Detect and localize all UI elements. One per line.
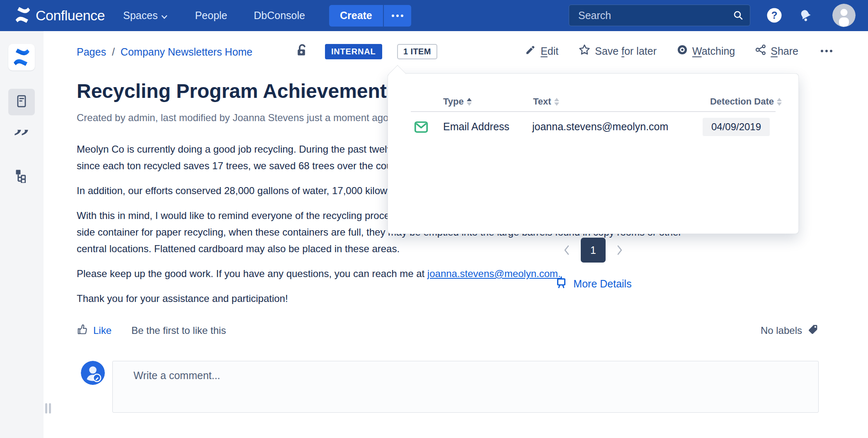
sort-type-header[interactable]: Type xyxy=(443,95,472,108)
sort-arrows-icon xyxy=(467,98,472,106)
page-more-button[interactable] xyxy=(818,47,835,55)
tag-icon[interactable] xyxy=(807,324,819,338)
detected-items-badge[interactable]: 1 ITEM xyxy=(397,44,437,59)
sidebar-item-pages[interactable] xyxy=(8,89,35,115)
confluence-logo-icon xyxy=(14,6,32,25)
breadcrumb-space-link[interactable]: Company Newsletters Home xyxy=(121,46,252,58)
thumbs-up-icon[interactable] xyxy=(77,324,88,338)
brand-name: Confluence xyxy=(36,7,105,24)
more-details-link[interactable]: More Details xyxy=(388,275,798,292)
ellipsis-icon xyxy=(392,15,403,17)
watching-button[interactable]: Watching xyxy=(676,44,735,58)
user-edit-avatar-icon xyxy=(81,361,105,387)
help-icon[interactable]: ? xyxy=(766,7,783,25)
like-hint: Be the first to like this xyxy=(131,325,226,336)
like-button[interactable]: Like xyxy=(93,325,112,336)
search-input[interactable] xyxy=(569,5,750,26)
breadcrumb-separator: / xyxy=(112,46,115,58)
eye-icon xyxy=(676,44,688,58)
comment-input[interactable]: Write a comment... xyxy=(112,361,819,413)
breadcrumb-pages-link[interactable]: Pages xyxy=(77,46,106,58)
page-number-button[interactable]: 1 xyxy=(581,238,606,263)
ellipsis-icon xyxy=(821,50,832,52)
sort-text-header[interactable]: Text xyxy=(533,95,559,108)
save-for-later-button[interactable]: Save for later xyxy=(578,44,657,58)
sort-date-header[interactable]: Detection Date xyxy=(710,95,782,108)
pagination: 1 xyxy=(388,238,798,263)
sidebar-resize-handle[interactable] xyxy=(45,403,51,414)
notifications-bell-icon[interactable] xyxy=(798,8,814,25)
chevron-right-icon[interactable] xyxy=(616,245,623,256)
chevron-down-icon xyxy=(161,10,167,22)
sort-arrows-icon xyxy=(554,98,559,106)
no-labels-text: No labels xyxy=(761,325,802,336)
space-logo-icon[interactable] xyxy=(8,44,35,71)
pencil-icon xyxy=(525,44,536,58)
quotes-icon: ” xyxy=(14,130,30,148)
sort-arrows-icon xyxy=(777,98,782,106)
detections-popup: Type Text Detection Date Email Address j… xyxy=(388,73,799,234)
detection-type-cell: Email Address xyxy=(443,121,509,133)
sidebar-item-blog[interactable]: ” xyxy=(8,126,35,152)
sidebar-item-page-tree[interactable] xyxy=(8,163,35,190)
create-more-button[interactable] xyxy=(384,5,411,27)
share-button[interactable]: Share xyxy=(755,44,798,58)
page-actions: Edit Save for later Watching xyxy=(525,44,835,58)
page-tree-icon xyxy=(14,168,29,185)
like-row: Like Be the first to like this No labels xyxy=(77,324,819,338)
create-button[interactable]: Create xyxy=(329,5,383,27)
detection-text-cell: joanna.stevens@meolyn.com xyxy=(532,121,668,133)
chevron-left-icon[interactable] xyxy=(563,245,570,256)
share-icon xyxy=(755,44,766,58)
paragraph: Thank you for your assistance and partic… xyxy=(77,290,819,307)
unlock-icon[interactable] xyxy=(293,42,309,60)
search-icon xyxy=(733,10,744,22)
detection-scan-icon xyxy=(555,275,568,292)
edit-button[interactable]: Edit xyxy=(525,44,558,58)
svg-text:?: ? xyxy=(771,10,778,21)
space-sidebar: ” xyxy=(0,31,44,438)
detection-date-cell: 04/09/2019 xyxy=(703,118,770,136)
envelope-icon xyxy=(413,119,429,136)
breadcrumb: Pages / Company Newsletters Home xyxy=(77,44,252,60)
avatar[interactable] xyxy=(832,4,856,29)
nav-people[interactable]: People xyxy=(195,10,227,22)
table-header-divider xyxy=(411,111,776,112)
top-navbar: Confluence Spaces People DbConsole Creat… xyxy=(0,0,868,31)
page-icon xyxy=(14,94,29,110)
internal-classification-badge[interactable]: INTERNAL xyxy=(325,44,382,59)
popup-caret xyxy=(389,65,406,83)
confluence-home-link[interactable]: Confluence xyxy=(14,6,105,25)
star-icon xyxy=(578,44,591,58)
nav-spaces[interactable]: Spaces xyxy=(123,10,167,22)
nav-dbconsole[interactable]: DbConsole xyxy=(254,10,305,22)
comment-row: Write a comment... xyxy=(77,361,819,413)
